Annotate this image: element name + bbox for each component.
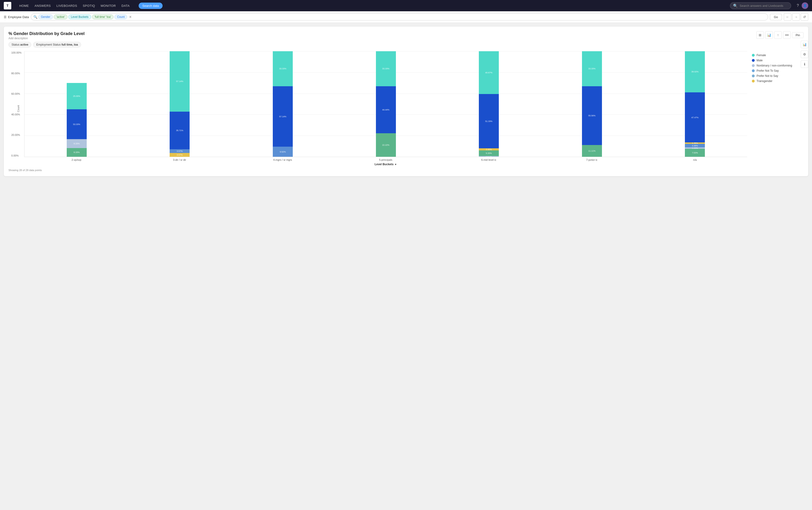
help-icon[interactable]: ? (797, 3, 799, 8)
bar-seg-female-2: 33.33% (273, 51, 293, 86)
global-search-input[interactable] (740, 4, 788, 7)
legend-item-transgender: Transgender (752, 80, 804, 83)
legend-label-female: Female (757, 54, 766, 57)
table-view-button[interactable]: ⊞ (756, 31, 764, 39)
x-label-6: n/a (644, 159, 745, 161)
status-filter-chip[interactable]: Status active (8, 42, 31, 48)
go-button[interactable]: Go (770, 14, 782, 20)
bar-seg-male-5: 55.56% (582, 86, 602, 145)
nav-answers[interactable]: ANSWERS (32, 3, 53, 9)
nav-liveboards[interactable]: LIVEBOARDS (54, 3, 80, 9)
search-icon: 🔍 (733, 3, 738, 8)
bar-group-na: 7.53% 1.23% 3.38% 1.38% 47.47% 39.02% (644, 51, 745, 157)
bar-seg-green-3: 22.22% (376, 133, 396, 157)
nav-monitor[interactable]: MONITOR (98, 3, 118, 9)
chart-view-button[interactable]: 📊 (765, 31, 773, 39)
bar-seg-male-6: 47.47% (685, 92, 705, 142)
legend-label-male: Male (757, 59, 763, 62)
bar-icon: 📊 (803, 42, 807, 46)
bar-seg-pref-1: 3.57% (170, 149, 190, 153)
employment-filter-value: full time, loa (62, 43, 78, 46)
datasource-button[interactable]: ☰ Employee Data (4, 15, 29, 19)
nav-home[interactable]: HOME (17, 3, 31, 9)
side-info-button[interactable]: ℹ (801, 60, 808, 68)
global-search-bar[interactable]: 🔍 (730, 2, 791, 9)
nav-spotiq[interactable]: SPOTIQ (80, 3, 97, 9)
bar-group-vp-svp: 8.33% 8.33% 53.33% 25.00% (26, 51, 127, 157)
more-options-button[interactable]: ••• (783, 31, 791, 39)
legend-item-female: Female (752, 54, 804, 57)
bar-seg-female-6: 39.02% (685, 51, 705, 92)
legend-dot-prefer (752, 75, 755, 77)
status-filter-label: Status (11, 43, 20, 46)
stacked-bar-junior: 11.11% 55.56% 33.33% (582, 51, 602, 157)
bar-seg-male-3: 44.44% (376, 86, 396, 133)
y-tick-80: 80.00% (11, 72, 23, 75)
bar-seg-trans-4: 2.00% (479, 148, 499, 150)
datasource-label: Employee Data (8, 15, 29, 19)
bar-seg-pref-2: 9.52% (273, 147, 293, 157)
token-count[interactable]: Count (114, 15, 127, 19)
y-tick-60: 60.00% (11, 92, 23, 95)
app-logo[interactable]: T (4, 2, 11, 9)
legend-label-prefer: Prefer Not to Say (757, 74, 778, 78)
x-label-4: 6-mid level ic (438, 159, 539, 161)
legend-dot-nonbinary (752, 64, 755, 67)
stacked-bar-principals: 22.22% 44.44% 33.33% (376, 51, 396, 157)
bar-seg-green-6: 7.53% (685, 149, 705, 157)
legend-item-male: Male (752, 59, 804, 62)
bar-seg-trans-1: 3.57% (170, 153, 190, 157)
bar-seg-male-2: 57.14% (273, 86, 293, 147)
pin-button[interactable]: Pin (792, 32, 804, 38)
bar-seg-female-0: 8.33% (67, 148, 87, 157)
more-icon: ••• (785, 33, 789, 37)
stacked-bar-mgrs: 9.52% 57.14% 33.33% (273, 51, 293, 157)
chart-plot-inner: 100.00% 80.00% 60.00% 40.00% 20.00% 0.00… (8, 51, 747, 166)
top-nav: T HOME ANSWERS LIVEBOARDS SPOTIQ MONITOR… (0, 0, 812, 11)
y-axis-label: Count (17, 105, 20, 112)
y-axis: 100.00% 80.00% 60.00% 40.00% 20.00% 0.00… (11, 51, 24, 157)
legend-label-prefer-caps: Prefer Not To Say (757, 69, 779, 73)
legend-dot-male (752, 59, 755, 62)
chart-description[interactable]: Add description (8, 37, 85, 40)
x-axis-title: Level Buckets ▼ (24, 163, 747, 166)
refresh-button[interactable]: ↺ (801, 13, 808, 21)
token-gender[interactable]: Gender (38, 15, 53, 19)
search-nav-buttons: ← → ↺ (784, 13, 808, 21)
bar-seg-green-5: 11.11% (582, 145, 602, 157)
y-tick-100: 100.00% (11, 51, 23, 54)
stacked-bar-dir: 3.57% 3.57% 35.71% 57.14% (170, 51, 190, 157)
export-button[interactable]: ↑ (774, 31, 782, 39)
legend-dot-prefer-caps (752, 69, 755, 72)
search-tokens-bar[interactable]: 🔍 Gender 'active' Level Buckets 'full ti… (31, 13, 768, 21)
gear-icon: ⚙ (803, 52, 806, 56)
token-active[interactable]: 'active' (54, 15, 67, 19)
main-content: % Gender Distribution by Grade Level Add… (0, 23, 812, 180)
search-row: ☰ Employee Data 🔍 Gender 'active' Level … (0, 11, 812, 23)
legend-label-transgender: Transgender (757, 80, 773, 83)
token-level-buckets[interactable]: Level Buckets (68, 15, 91, 19)
data-points-label: Showing 28 of 28 data points (8, 169, 747, 172)
nav-data[interactable]: DATA (119, 3, 132, 9)
bar-group-junior: 11.11% 55.56% 33.33% (542, 51, 642, 157)
chevron-down-icon: ▼ (395, 163, 397, 166)
token-employment[interactable]: 'full time' 'loa' (92, 15, 114, 19)
legend-label-nonbinary: Nonbinary / non-comforming (757, 64, 792, 67)
legend-item-prefer-not-to-say: Prefer Not to Say (752, 74, 804, 78)
side-settings-button[interactable]: ⚙ (801, 51, 808, 58)
employment-filter-chip[interactable]: Employment Status full time, loa (33, 42, 81, 48)
search-clear-button[interactable]: ✕ (129, 15, 132, 19)
bar-group-mid: 0.67% 5.33% 2.00% 51.33% 40.67% (438, 51, 539, 157)
legend-dot-transgender (752, 80, 755, 83)
x-labels: 2-vp/svp 3-dir / sr dir 4-mgrs / sr mgrs… (24, 157, 747, 161)
table-icon: ⊞ (759, 33, 761, 37)
forward-button[interactable]: → (792, 13, 800, 21)
bar-chart-icon: 📊 (767, 33, 771, 37)
side-chart-icon-button[interactable]: 📊 (801, 41, 808, 48)
search-data-button[interactable]: Search data (139, 3, 163, 9)
bar-seg-trans-6: 1.38% (685, 142, 705, 144)
back-button[interactable]: ← (784, 13, 791, 21)
bar-seg-female-4: 40.67% (479, 51, 499, 94)
chart-card: % Gender Distribution by Grade Level Add… (4, 27, 808, 176)
user-avatar[interactable]: 👤 (802, 2, 808, 9)
